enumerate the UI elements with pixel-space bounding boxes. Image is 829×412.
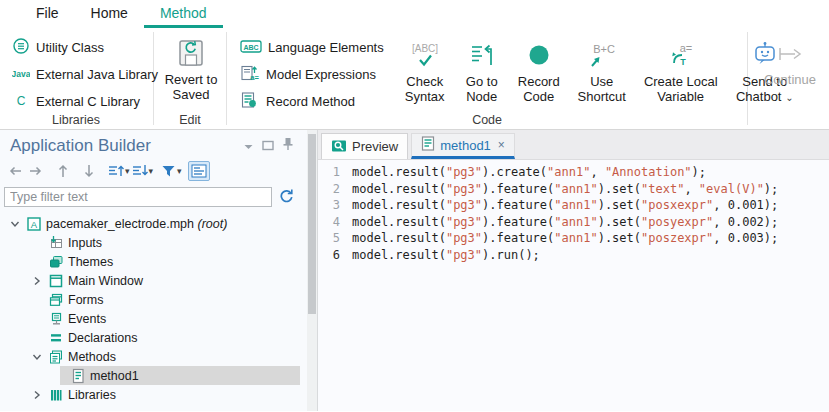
model-expressions-label: Model Expressions bbox=[266, 67, 376, 82]
app-root-icon: A bbox=[24, 216, 44, 232]
line-number: 4 bbox=[318, 214, 352, 231]
move-up-button[interactable] bbox=[54, 161, 72, 181]
tree-item-methods[interactable]: Methods bbox=[0, 347, 300, 366]
tree-item-method1[interactable]: method1 bbox=[0, 366, 300, 385]
svg-text:ABC: ABC bbox=[243, 44, 258, 51]
tree-scrollbar[interactable] bbox=[307, 130, 317, 411]
tree-item-libraries[interactable]: Libraries bbox=[0, 385, 300, 404]
go-to-node-icon bbox=[467, 38, 497, 74]
code-line-text: model.result("pg3").feature("ann1").set(… bbox=[352, 214, 778, 231]
tree-item-label: Declarations bbox=[66, 331, 137, 345]
code-editor-area[interactable]: 1model.result("pg3").create("ann1", "Ann… bbox=[318, 160, 829, 411]
filter-input[interactable] bbox=[4, 187, 272, 207]
c-library-icon: C bbox=[12, 91, 30, 112]
external-c-library-button[interactable]: C External C Library bbox=[6, 88, 148, 115]
line-number: 1 bbox=[318, 164, 352, 181]
svg-text:C: C bbox=[17, 94, 26, 108]
tree-item-label: Libraries bbox=[66, 388, 116, 402]
tab-home[interactable]: Home bbox=[75, 0, 144, 28]
use-shortcut-button[interactable]: B+C Use Shortcut bbox=[572, 34, 632, 104]
model-expressions-icon: a= bbox=[240, 64, 260, 85]
revert-to-saved-icon bbox=[176, 36, 206, 72]
tree-item-label: Methods bbox=[66, 350, 116, 364]
forms-icon bbox=[46, 292, 66, 308]
utility-class-icon bbox=[12, 37, 30, 58]
revert-to-saved-button[interactable]: Revert to Saved bbox=[161, 32, 221, 102]
refresh-icon[interactable] bbox=[278, 187, 294, 207]
check-syntax-icon: [ABC] bbox=[408, 38, 442, 74]
check-syntax-button[interactable]: [ABC] Check Syntax bbox=[398, 34, 452, 104]
themes-icon bbox=[46, 254, 66, 270]
code-line-2[interactable]: 2model.result("pg3").feature("ann1").set… bbox=[318, 181, 829, 198]
main-window-icon bbox=[46, 273, 66, 289]
method-doc-icon bbox=[421, 136, 435, 154]
model-expressions-button[interactable]: a= Model Expressions bbox=[234, 61, 390, 88]
method-editor: Preview method1 × 1model.result("pg3").c… bbox=[318, 130, 829, 411]
expander-expanded-icon[interactable] bbox=[28, 352, 46, 362]
expander-collapsed-icon[interactable] bbox=[28, 390, 46, 400]
group-edit: Revert to Saved Edit bbox=[155, 28, 225, 129]
create-local-variable-button[interactable]: a=T Create Local Variable bbox=[638, 34, 724, 104]
code-line-3[interactable]: 3model.result("pg3").feature("ann1").set… bbox=[318, 197, 829, 214]
external-java-library-button[interactable]: Java External Java Library bbox=[6, 61, 148, 88]
expand-up-button[interactable]: ▾ bbox=[108, 161, 130, 181]
expander-collapsed-icon[interactable] bbox=[28, 276, 46, 286]
check-syntax-label: Check Syntax bbox=[398, 74, 452, 104]
tree-item-forms[interactable]: Forms bbox=[0, 290, 300, 309]
go-to-node-label: Go to Node bbox=[458, 74, 506, 104]
record-code-label: Record Code bbox=[512, 74, 566, 104]
code-line-1[interactable]: 1model.result("pg3").create("ann1", "Ann… bbox=[318, 164, 829, 181]
inputs-icon bbox=[46, 235, 66, 251]
chevron-down-icon: ▾ bbox=[125, 166, 130, 176]
external-java-library-label: External Java Library bbox=[36, 67, 158, 82]
tree-item-inputs[interactable]: Inputs bbox=[0, 233, 300, 252]
tree-item-main-window[interactable]: Main Window bbox=[0, 271, 300, 290]
tree-item-label: Main Window bbox=[66, 274, 143, 288]
move-down-button[interactable] bbox=[80, 161, 98, 181]
tab-preview[interactable]: Preview bbox=[321, 133, 408, 159]
tab-method[interactable]: Method bbox=[144, 0, 223, 28]
show-program-tree-toggle[interactable] bbox=[188, 161, 210, 181]
pin-icon[interactable] bbox=[282, 137, 294, 155]
code-line-text: model.result("pg3").create("ann1", "Anno… bbox=[352, 164, 706, 181]
expand-down-button[interactable]: ▾ bbox=[132, 161, 154, 181]
tree-item-label: Themes bbox=[66, 255, 113, 269]
tree-item-declarations[interactable]: Declarations bbox=[0, 328, 300, 347]
tree-item-label: method1 bbox=[88, 369, 139, 383]
tab-method1[interactable]: method1 × bbox=[411, 133, 515, 159]
svg-text:a=: a= bbox=[250, 73, 259, 82]
language-elements-button[interactable]: ABC Language Elements bbox=[234, 34, 390, 61]
tree-item-events[interactable]: Events bbox=[0, 309, 300, 328]
nav-back-button[interactable] bbox=[6, 161, 24, 181]
tree-toolbar: ▾ ▾ ▾ bbox=[0, 156, 300, 185]
float-window-icon[interactable] bbox=[262, 137, 274, 155]
events-icon bbox=[46, 311, 66, 327]
abc-box-icon: ABC bbox=[240, 37, 262, 58]
collapse-panel-icon[interactable] bbox=[243, 137, 254, 155]
tree-item-themes[interactable]: Themes bbox=[0, 252, 300, 271]
ribbon-tab-bar: File Home Method bbox=[0, 0, 829, 28]
close-tab-icon[interactable]: × bbox=[498, 138, 505, 152]
record-method-button[interactable]: Record Method bbox=[234, 88, 390, 115]
java-icon: Java bbox=[12, 64, 30, 85]
code-line-text: model.result("pg3").feature("ann1").set(… bbox=[352, 181, 778, 198]
filter-button[interactable]: ▾ bbox=[161, 161, 182, 181]
code-line-6[interactable]: 6model.result("pg3").run(); bbox=[318, 247, 829, 264]
code-line-4[interactable]: 4model.result("pg3").feature("ann1").set… bbox=[318, 214, 829, 231]
nav-forward-button[interactable] bbox=[26, 161, 44, 181]
tab-file[interactable]: File bbox=[20, 0, 75, 28]
continue-button[interactable]: Continue bbox=[755, 32, 825, 87]
tree-item-pacemaker-electrode-mph[interactable]: Apacemaker_electrode.mph (root) bbox=[0, 214, 300, 233]
methods-icon bbox=[46, 349, 66, 365]
application-builder-panel: Application Builder ▾ ▾ ▾ bbox=[0, 130, 318, 411]
record-code-button[interactable]: Record Code bbox=[512, 34, 566, 104]
go-to-node-button[interactable]: Go to Node bbox=[458, 34, 506, 104]
expander-expanded-icon[interactable] bbox=[6, 219, 24, 229]
panel-title: Application Builder bbox=[10, 136, 243, 156]
code-line-5[interactable]: 5model.result("pg3").feature("ann1").set… bbox=[318, 230, 829, 247]
tree-scrollbar-thumb[interactable] bbox=[308, 134, 316, 314]
line-number: 6 bbox=[318, 247, 352, 264]
utility-class-button[interactable]: Utility Class bbox=[6, 34, 148, 61]
svg-text:a=: a= bbox=[679, 42, 692, 54]
chevron-down-icon: ▾ bbox=[149, 166, 154, 176]
